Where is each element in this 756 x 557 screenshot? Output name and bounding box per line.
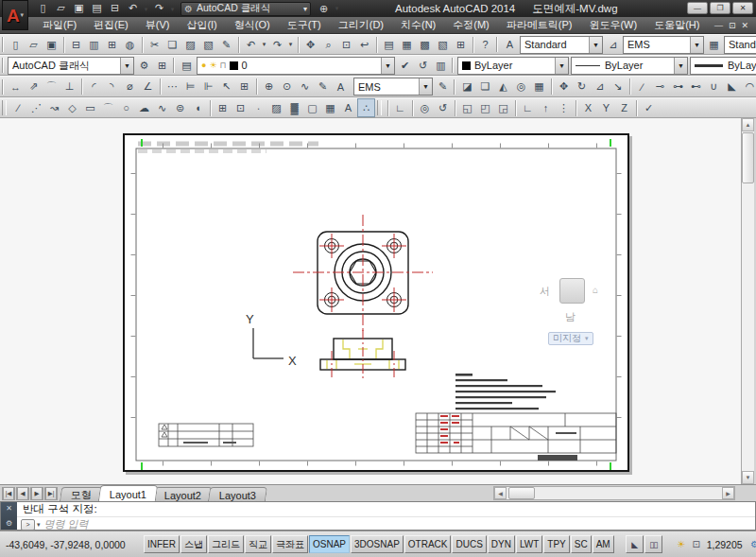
toolbar-grip[interactable] [496,37,498,52]
layout-tab[interactable]: Layout1 [98,485,159,501]
quick-view-layouts-icon[interactable]: ▯▯ [644,535,662,553]
status-toggle[interactable]: 스냅 [180,535,207,553]
ucs-z-icon[interactable]: Z [615,98,633,117]
tab-last-icon[interactable]: ▶| [44,487,58,500]
paste-icon[interactable]: ▨ [181,35,199,54]
dim-style-dropdown[interactable]: EMS ▼ [623,36,704,54]
zoom-previous-icon[interactable]: ↩ [355,35,373,54]
status-toggle[interactable]: OSNAP [309,535,350,553]
plot-preview-icon[interactable]: ▥ [85,35,103,54]
workspace-quick-dropdown[interactable]: ⚙ AutoCAD 클래식 ▾ [180,2,311,16]
tab-prev-icon[interactable]: ◀ [16,487,29,500]
match-properties-icon[interactable]: ✎ [217,35,235,54]
scroll-down-icon[interactable]: ▼ [742,471,754,484]
point-style-icon[interactable]: ∴ [357,98,375,117]
restore-button[interactable]: ❐ [710,2,730,14]
menu-item[interactable]: 그리기(D) [330,16,392,34]
tolerance-icon[interactable]: ⊞ [235,78,253,96]
rotate-icon[interactable]: ↻ [573,78,591,96]
vertical-scrollbar[interactable]: ▲ ▼ [741,118,754,484]
annotation-scale-icon[interactable]: ⊡ [689,537,704,552]
dim-arc-length-icon[interactable]: ⌒ [43,78,60,96]
designcenter-icon[interactable]: ▦ [398,35,416,54]
gradient-icon[interactable]: ▓ [285,98,303,117]
menu-item[interactable]: 도움말(H) [645,16,708,34]
vertical-scrollbar-thumb[interactable] [742,132,754,183]
help-icon[interactable]: ? [476,35,494,54]
line-icon[interactable]: ∕ [9,98,27,117]
ucs-3point-icon[interactable]: ⋮ [555,98,573,117]
make-object-layer-current-icon[interactable]: ✔ [396,56,414,75]
save-icon[interactable]: ▣ [70,0,88,17]
open-icon[interactable]: ▱ [52,0,70,17]
menu-item[interactable]: 윈도우(W) [580,16,645,34]
construction-line-icon[interactable]: ⋰ [27,98,45,117]
coordinates-readout[interactable]: -43,6049, -37,9248, 0,0000 [0,539,144,550]
ucs-view-icon[interactable]: ◲ [494,98,512,117]
status-toggle[interactable]: 직교 [245,535,271,553]
scale-icon[interactable]: ⊿ [591,78,609,96]
stretch-icon[interactable]: ↘ [609,78,627,96]
extend-icon[interactable]: ⊸ [651,78,669,96]
break-icon[interactable]: ⊷ [687,78,705,96]
lineweight-dropdown[interactable]: ByLayer [690,57,756,75]
viewcube-west-label[interactable]: 서 [540,285,550,299]
annotation-scale-value[interactable]: 1,29205 [707,539,743,550]
move-icon[interactable]: ✥ [555,78,573,96]
redo-caret-icon[interactable]: ▾ [168,0,177,19]
app-menu-button[interactable]: A ▾ [2,0,28,30]
ellipse-icon[interactable]: ⊜ [171,98,189,117]
dim-ordinate-icon[interactable]: ⊥ [60,78,78,96]
ucs-x-icon[interactable]: X [579,98,597,117]
quickcalc-icon[interactable]: ⊞ [452,35,470,54]
chamfer-icon[interactable]: ◣ [723,78,741,96]
doc-restore-icon[interactable]: ⊡ [729,21,736,30]
menu-item[interactable]: 형식(O) [226,16,279,34]
command-close-icon[interactable]: ✕ [6,504,12,513]
scroll-left-icon[interactable]: ◀ [494,487,507,499]
scroll-up-icon[interactable]: ▲ [742,118,754,131]
trim-icon[interactable]: ∕ [633,78,651,96]
layout-tab[interactable]: 모형 [60,487,103,501]
polyline-icon[interactable]: ↝ [45,98,63,117]
dim-diameter-icon[interactable]: ⌀ [121,78,139,96]
qnew-icon[interactable]: ▯ [34,0,52,17]
layer-states-icon[interactable]: ▥ [432,56,450,75]
make-block-icon[interactable]: ⊡ [232,98,249,117]
ucs-face-icon[interactable]: ◱ [458,98,476,117]
menu-item[interactable]: 삽입(I) [178,16,225,34]
dim-linear-icon[interactable]: ↔ [7,78,25,96]
menu-item[interactable]: 수정(M) [444,16,498,34]
array-icon[interactable]: ▦ [530,78,548,96]
workspace-settings-icon[interactable]: ⚙ [135,56,153,75]
dim-jogged-icon[interactable]: ◝ [103,78,121,96]
text-style-icon[interactable]: A [501,35,519,54]
layer-previous-icon[interactable]: ↺ [414,56,432,75]
doc-minimize-icon[interactable]: — [714,21,723,30]
properties-icon[interactable]: ▤ [380,35,398,54]
dim-angular-icon[interactable]: ∠ [139,78,157,96]
revcloud-icon[interactable]: ☁ [135,98,153,117]
close-button[interactable]: ✕ [732,2,753,14]
table-style-icon[interactable]: ▦ [705,35,723,54]
table-style-dropdown[interactable]: Standard [724,36,756,54]
dim-inspection-icon[interactable]: ⊙ [278,78,296,96]
ucs-world-icon[interactable]: ◎ [416,98,434,117]
doc-close-icon[interactable]: ✕ [741,21,748,30]
tab-next-icon[interactable]: ▶ [30,487,43,500]
viewcube-view-dropdown[interactable]: 미지정 ▾ [548,332,593,345]
menu-item[interactable]: 치수(N) [392,16,444,34]
insert-block-icon[interactable]: ⊞ [214,98,232,117]
drawing-area[interactable]: Y X [0,118,741,484]
status-toggle[interactable]: 그리드 [208,535,244,553]
ucs-object-icon[interactable]: ◰ [476,98,494,117]
menu-item[interactable]: 뷰(V) [137,16,179,34]
ucs-origin-icon[interactable]: ∟ [519,98,537,117]
minimize-button[interactable]: — [687,2,708,14]
undo-icon[interactable]: ↶ [124,0,142,17]
viewcube-home-icon[interactable]: ⌂ [593,285,598,295]
dim-aligned-icon[interactable]: ⇗ [25,78,43,96]
scroll-right-icon[interactable]: ▶ [722,487,734,499]
arc-icon[interactable]: ⌒ [99,98,117,117]
save-icon[interactable]: ▣ [43,35,60,54]
